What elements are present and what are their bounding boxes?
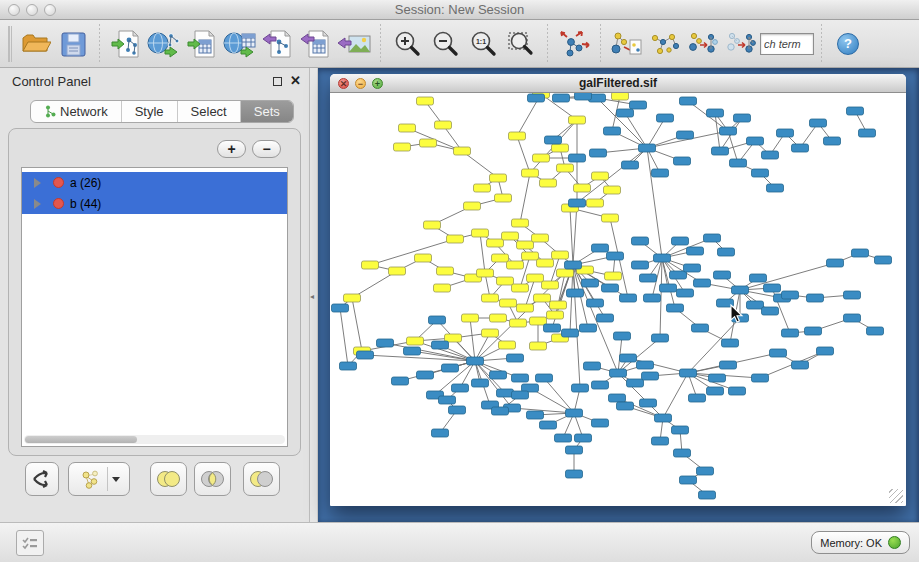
graph-node[interactable] bbox=[417, 97, 434, 105]
network-canvas[interactable] bbox=[331, 93, 905, 505]
graph-node[interactable] bbox=[509, 132, 526, 140]
export-image-button[interactable] bbox=[335, 25, 373, 63]
panel-splitter[interactable]: ◂ bbox=[310, 68, 318, 522]
graph-node[interactable] bbox=[792, 144, 809, 152]
remove-set-button[interactable]: − bbox=[252, 140, 281, 158]
graph-node[interactable] bbox=[512, 219, 529, 227]
graph-node[interactable] bbox=[810, 119, 827, 127]
graph-node[interactable] bbox=[667, 304, 684, 312]
graph-node[interactable] bbox=[859, 129, 876, 137]
graph-node[interactable] bbox=[674, 157, 691, 165]
graph-node[interactable] bbox=[510, 319, 527, 327]
graph-node[interactable] bbox=[437, 267, 454, 275]
graph-node[interactable] bbox=[472, 379, 489, 387]
task-monitor-button[interactable] bbox=[16, 530, 44, 556]
graph-node[interactable] bbox=[415, 254, 432, 262]
graph-node[interactable] bbox=[604, 186, 621, 194]
graph-node[interactable] bbox=[424, 221, 441, 229]
graph-node[interactable] bbox=[432, 429, 449, 437]
graph-node[interactable] bbox=[584, 362, 601, 370]
graph-node[interactable] bbox=[697, 467, 714, 475]
graph-node[interactable] bbox=[467, 357, 484, 365]
graph-node[interactable] bbox=[562, 329, 579, 337]
set-difference-button[interactable] bbox=[243, 462, 280, 496]
graph-node[interactable] bbox=[545, 136, 562, 144]
graph-node[interactable] bbox=[528, 94, 545, 102]
graph-node[interactable] bbox=[604, 127, 621, 135]
graph-node[interactable] bbox=[597, 314, 614, 322]
graph-node[interactable] bbox=[762, 307, 779, 315]
graph-node[interactable] bbox=[707, 109, 724, 117]
graph-node[interactable] bbox=[674, 449, 691, 457]
graph-node[interactable] bbox=[807, 294, 824, 302]
graph-node[interactable] bbox=[429, 316, 446, 324]
import-network-file-button[interactable] bbox=[107, 25, 145, 63]
graph-node[interactable] bbox=[752, 374, 769, 382]
graph-node[interactable] bbox=[782, 329, 799, 337]
graph-node[interactable] bbox=[610, 369, 627, 377]
graph-node[interactable] bbox=[827, 259, 844, 267]
graph-node[interactable] bbox=[544, 324, 561, 332]
graph-node[interactable] bbox=[533, 154, 550, 162]
graph-node[interactable] bbox=[582, 279, 599, 287]
graph-node[interactable] bbox=[435, 121, 452, 129]
graph-node[interactable] bbox=[477, 269, 494, 277]
graph-node[interactable] bbox=[852, 249, 869, 257]
split-set-button[interactable] bbox=[25, 462, 59, 496]
graph-node[interactable] bbox=[490, 314, 507, 322]
graph-node[interactable] bbox=[527, 411, 544, 419]
graph-node[interactable] bbox=[714, 271, 731, 279]
graph-node[interactable] bbox=[394, 143, 411, 151]
graph-node[interactable] bbox=[420, 139, 437, 147]
graph-node[interactable] bbox=[500, 299, 517, 307]
extend-selection-button[interactable] bbox=[722, 25, 760, 63]
graph-node[interactable] bbox=[677, 289, 694, 297]
graph-node[interactable] bbox=[452, 384, 469, 392]
graph-node[interactable] bbox=[344, 294, 361, 302]
graph-node[interactable] bbox=[482, 294, 499, 302]
expander-icon[interactable] bbox=[34, 199, 41, 209]
graph-node[interactable] bbox=[652, 437, 669, 445]
graph-node[interactable] bbox=[587, 199, 604, 207]
graph-node[interactable] bbox=[482, 329, 499, 337]
tab-network[interactable]: Network bbox=[31, 101, 122, 122]
set-row-a[interactable]: a (26) bbox=[22, 172, 287, 193]
graph-node[interactable] bbox=[844, 314, 861, 322]
graph-node[interactable] bbox=[474, 184, 491, 192]
graph-node[interactable] bbox=[557, 269, 574, 277]
graph-node[interactable] bbox=[407, 337, 424, 345]
graph-node[interactable] bbox=[672, 237, 689, 245]
graph-node[interactable] bbox=[550, 301, 567, 309]
graph-node[interactable] bbox=[687, 247, 704, 255]
graph-node[interactable] bbox=[652, 334, 669, 342]
graph-node[interactable] bbox=[684, 264, 701, 272]
window-resize-grip[interactable] bbox=[889, 489, 903, 503]
titlebar[interactable]: Session: New Session bbox=[0, 0, 919, 20]
graph-node[interactable] bbox=[680, 97, 697, 105]
memory-status-button[interactable]: Memory: OK bbox=[811, 531, 910, 554]
graph-node[interactable] bbox=[640, 399, 657, 407]
zoom-fit-button[interactable] bbox=[502, 25, 540, 63]
graph-node[interactable] bbox=[639, 144, 656, 152]
graph-node[interactable] bbox=[502, 232, 519, 240]
graph-node[interactable] bbox=[875, 256, 892, 264]
help-button[interactable]: ? bbox=[837, 33, 859, 55]
graph-node[interactable] bbox=[507, 261, 524, 269]
graph-node[interactable] bbox=[699, 491, 716, 499]
show-all-button[interactable] bbox=[684, 25, 722, 63]
graph-node[interactable] bbox=[552, 251, 569, 259]
graph-node[interactable] bbox=[655, 414, 672, 422]
graph-node[interactable] bbox=[704, 234, 721, 242]
search-input[interactable] bbox=[760, 33, 814, 55]
zoom-in-button[interactable] bbox=[388, 25, 426, 63]
open-session-button[interactable] bbox=[16, 25, 54, 63]
graph-node[interactable] bbox=[439, 396, 456, 404]
graph-node[interactable] bbox=[566, 470, 583, 478]
splitter-collapse-icon[interactable]: ◂ bbox=[310, 292, 314, 301]
graph-node[interactable] bbox=[569, 199, 586, 207]
graph-node[interactable] bbox=[712, 147, 729, 155]
graph-node[interactable] bbox=[847, 107, 864, 115]
import-network-web-button[interactable] bbox=[145, 25, 183, 63]
graph-node[interactable] bbox=[567, 289, 584, 297]
graph-node[interactable] bbox=[609, 394, 626, 402]
